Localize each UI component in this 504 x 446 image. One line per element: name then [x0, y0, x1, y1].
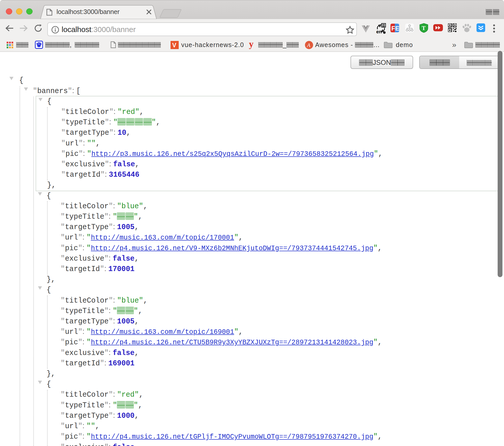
- svg-text:F: F: [391, 25, 395, 32]
- svg-text:V: V: [172, 42, 176, 49]
- svg-text:A: A: [306, 42, 311, 48]
- svg-text:E: E: [395, 25, 399, 32]
- svg-text:en: en: [376, 29, 382, 34]
- svg-text:T: T: [422, 25, 426, 31]
